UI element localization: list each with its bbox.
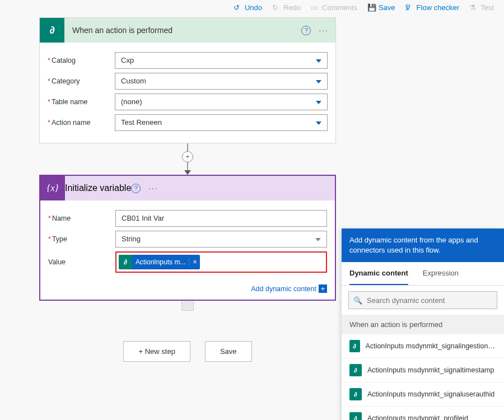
table-label: *Table name [48, 98, 115, 106]
dynamic-content-panel: Add dynamic content from the apps and co… [342, 228, 504, 420]
help-icon[interactable]: ? [131, 184, 141, 193]
dataverse-icon [349, 388, 362, 400]
dataverse-icon [349, 364, 362, 376]
panel-banner: Add dynamic content from the apps and co… [342, 228, 504, 262]
undo-button[interactable]: ↺Undo [234, 3, 262, 12]
trigger-header[interactable]: When an action is performed ? ··· [40, 18, 335, 43]
top-toolbar: ↺Undo ↻Redo ▭Comments 💾Save ℣Flow checke… [0, 0, 504, 17]
initvar-title: Initialize variable [65, 183, 131, 193]
add-between-button[interactable]: + [182, 151, 193, 162]
save-button[interactable]: 💾Save [367, 3, 395, 12]
search-input[interactable] [367, 296, 492, 305]
token-icon [119, 255, 132, 269]
help-icon[interactable]: ? [301, 26, 311, 35]
connector: + [39, 143, 336, 175]
tab-expression[interactable]: Expression [423, 262, 459, 285]
value-input[interactable]: ActionInputs m... × [115, 251, 327, 273]
initvar-header[interactable]: {x} Initialize variable ? ··· [40, 176, 335, 200]
type-label: *Type [48, 235, 115, 243]
save-icon: 💾 [367, 3, 376, 12]
initialize-variable-card[interactable]: {x} Initialize variable ? ··· *Name CB01… [39, 175, 336, 301]
flask-icon: ⚗ [469, 3, 478, 12]
undo-icon: ↺ [234, 3, 242, 12]
more-icon[interactable]: ··· [319, 26, 329, 35]
action-label: *Action name [48, 119, 115, 127]
catalog-label: *Catalog [48, 57, 115, 64]
name-input[interactable]: CB01 Init Var [115, 210, 327, 227]
redo-icon: ↻ [272, 3, 281, 12]
catalog-select[interactable]: Cxp [115, 52, 328, 69]
category-select[interactable]: Custom [115, 73, 328, 90]
dynamic-option[interactable]: ActionInputs msdynmkt_signaluserauthid [342, 382, 504, 407]
name-label: *Name [48, 214, 115, 222]
tab-dynamic-content[interactable]: Dynamic content [349, 262, 408, 285]
dynamic-option[interactable]: ActionInputs msdynmkt_signalingestiontim… [342, 334, 504, 358]
dataverse-icon [40, 18, 64, 43]
token-remove-icon[interactable]: × [189, 258, 200, 266]
new-step-button[interactable]: + New step [123, 341, 190, 362]
redo-button: ↻Redo [272, 3, 301, 12]
dynamic-option[interactable]: ActionInputs msdynmkt_signaltimestamp [342, 358, 504, 382]
variable-icon: {x} [40, 176, 65, 200]
action-select[interactable]: Test Reneen [115, 114, 328, 131]
test-button[interactable]: ⚗Test [469, 3, 494, 12]
category-label: *Category [48, 77, 115, 85]
arrow-down-icon [184, 170, 191, 175]
group-header: When an action is performed [342, 315, 504, 334]
flow-checker-button[interactable]: ℣Flow checker [405, 3, 460, 12]
comment-icon: ▭ [311, 3, 319, 12]
type-select[interactable]: String [115, 231, 327, 248]
trigger-title: When an action is performed [64, 26, 301, 35]
table-select[interactable]: (none) [115, 94, 328, 110]
trigger-card[interactable]: When an action is performed ? ··· *Catal… [39, 17, 336, 143]
comments-button[interactable]: ▭Comments [311, 3, 357, 12]
add-dynamic-content-link[interactable]: Add dynamic content+ [40, 284, 335, 300]
dynamic-option[interactable]: ActionInputs msdynmkt_profileid [342, 407, 504, 420]
search-box[interactable]: 🔍 [348, 291, 497, 309]
dataverse-icon [349, 412, 362, 420]
plus-icon: + [319, 284, 327, 293]
more-icon[interactable]: ··· [148, 184, 158, 193]
value-label: Value [48, 258, 115, 266]
dataverse-icon [349, 340, 360, 352]
save-flow-button[interactable]: Save [205, 341, 252, 362]
flow-checker-icon: ℣ [405, 3, 414, 12]
search-icon: 🔍 [353, 296, 362, 305]
token-text: ActionInputs m... [132, 258, 189, 266]
dynamic-token[interactable]: ActionInputs m... × [119, 255, 200, 269]
